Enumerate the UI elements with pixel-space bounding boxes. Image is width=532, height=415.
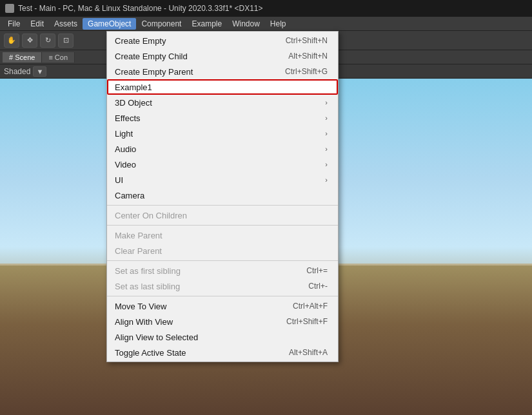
menu-item-gameobject[interactable]: GameObject: [83, 18, 136, 30]
menu-item-make-parent: Make Parent: [107, 227, 338, 243]
menu-item-move-to-view[interactable]: Move To ViewCtrl+Alt+F: [107, 298, 338, 314]
menu-item-audio[interactable]: Audio›: [107, 141, 338, 157]
tab-con[interactable]: ≡ Con: [42, 52, 75, 63]
menu-item-label: Create Empty: [115, 36, 166, 46]
move-tool-button[interactable]: ✥: [22, 34, 37, 48]
menu-item-label: Clear Parent: [115, 246, 162, 256]
unity-logo-icon: [5, 4, 14, 13]
shaded-label: Shaded: [4, 67, 30, 76]
menu-item-camera[interactable]: Camera: [107, 188, 338, 203]
menu-item-example[interactable]: Example: [186, 18, 227, 30]
menu-shortcut: Alt+Shift+N: [288, 52, 328, 61]
shaded-dropdown-arrow: ▼: [36, 68, 43, 75]
menu-item-ui[interactable]: UI›: [107, 172, 338, 188]
scale-tool-button[interactable]: ⊡: [58, 34, 74, 48]
menu-item-label: Align With View: [115, 317, 173, 327]
menu-item-light[interactable]: Light›: [107, 126, 338, 141]
menu-item-3d-object[interactable]: 3D Object›: [107, 95, 338, 110]
menu-item-create-empty-parent[interactable]: Create Empty ParentCtrl+Shift+G: [107, 64, 338, 79]
menu-item-example1[interactable]: Example1: [107, 79, 338, 95]
submenu-arrow-icon: ›: [325, 130, 328, 137]
menu-item-center-on-children: Center On Children: [107, 208, 338, 223]
menu-shortcut: Ctrl+Shift+G: [285, 67, 328, 76]
menu-bar: FileEditAssetsGameObjectComponentExample…: [0, 17, 532, 31]
shaded-dropdown[interactable]: ▼: [33, 66, 46, 77]
menu-item-set-as-last-sibling: Set as last siblingCtrl+-: [107, 278, 338, 294]
menu-item-window[interactable]: Window: [227, 18, 265, 30]
rotate-tool-button[interactable]: ↻: [40, 34, 55, 48]
submenu-arrow-icon: ›: [325, 145, 328, 153]
menu-item-label: Move To View: [115, 302, 166, 311]
menu-item-align-with-view[interactable]: Align With ViewCtrl+Shift+F: [107, 314, 338, 329]
menu-item-align-view-to-selected[interactable]: Align View to Selected: [107, 329, 338, 345]
menu-item-label: Make Parent: [115, 231, 163, 240]
menu-separator: [107, 296, 338, 296]
menu-item-toggle-active-state[interactable]: Toggle Active StateAlt+Shift+A: [107, 345, 338, 360]
submenu-arrow-icon: ›: [325, 114, 328, 122]
menu-item-label: Example1: [115, 82, 152, 92]
menu-item-video[interactable]: Video›: [107, 157, 338, 172]
menu-item-label: 3D Object: [115, 98, 152, 108]
menu-item-help[interactable]: Help: [265, 18, 291, 30]
submenu-arrow-icon: ›: [325, 160, 328, 168]
title-bar: Test - Main - PC, Mac & Linux Standalone…: [0, 0, 532, 17]
menu-separator: [107, 205, 338, 206]
menu-item-label: Set as last sibling: [115, 282, 180, 291]
menu-shortcut: Ctrl+-: [308, 282, 328, 291]
menu-item-label: Light: [115, 129, 133, 139]
menu-item-label: Align View to Selected: [115, 333, 198, 342]
hand-tool-button[interactable]: ✋: [4, 34, 19, 48]
menu-separator: [107, 260, 338, 261]
menu-item-label: Effects: [115, 113, 141, 123]
menu-item-label: Audio: [115, 144, 136, 154]
menu-item-label: Camera: [115, 191, 144, 200]
menu-item-clear-parent: Clear Parent: [107, 243, 338, 258]
menu-shortcut: Alt+Shift+A: [289, 348, 328, 357]
menu-shortcut: Ctrl+Shift+N: [286, 36, 328, 45]
menu-shortcut: Ctrl+Alt+F: [293, 302, 328, 311]
menu-item-effects[interactable]: Effects›: [107, 110, 338, 126]
menu-item-label: Video: [115, 160, 136, 169]
menu-separator: [107, 225, 338, 226]
menu-item-label: Create Empty Parent: [115, 67, 193, 77]
tab-scene[interactable]: # Scene: [3, 52, 42, 63]
menu-item-assets[interactable]: Assets: [49, 18, 83, 30]
menu-shortcut: Ctrl+=: [306, 266, 328, 275]
menu-item-file[interactable]: File: [3, 18, 25, 30]
menu-shortcut: Ctrl+Shift+F: [286, 317, 328, 326]
title-text: Test - Main - PC, Mac & Linux Standalone…: [18, 4, 263, 13]
menu-item-set-as-first-sibling: Set as first siblingCtrl+=: [107, 263, 338, 278]
menu-item-create-empty-child[interactable]: Create Empty ChildAlt+Shift+N: [107, 48, 338, 64]
menu-item-label: Set as first sibling: [115, 266, 181, 276]
menu-item-label: Create Empty Child: [115, 52, 188, 61]
menu-item-component[interactable]: Component: [136, 18, 186, 30]
menu-item-edit[interactable]: Edit: [25, 18, 49, 30]
submenu-arrow-icon: ›: [325, 99, 328, 106]
menu-item-create-empty[interactable]: Create EmptyCtrl+Shift+N: [107, 33, 338, 48]
menu-item-label: Center On Children: [115, 211, 187, 220]
submenu-arrow-icon: ›: [325, 176, 328, 184]
menu-item-label: UI: [115, 175, 123, 185]
menu-item-label: Toggle Active State: [115, 348, 186, 358]
gameobject-dropdown-menu: Create EmptyCtrl+Shift+NCreate Empty Chi…: [106, 31, 339, 362]
